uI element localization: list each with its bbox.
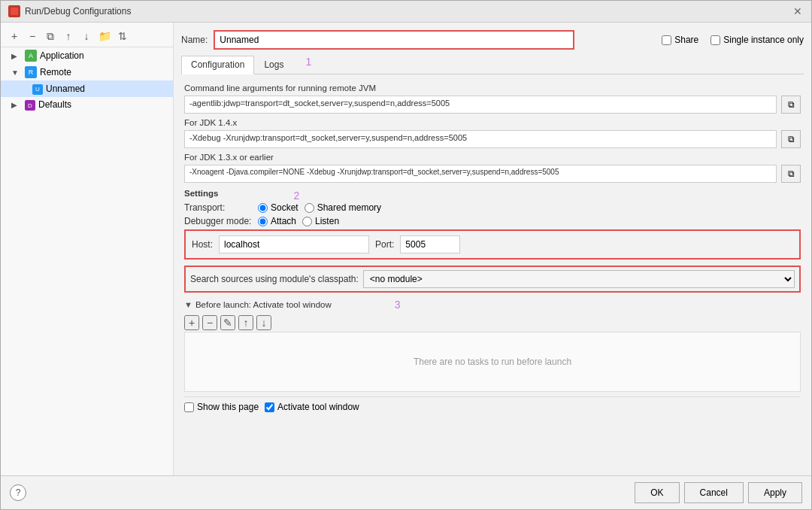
jdk14-field-row: -Xdebug -Xrunjdwp:transport=dt_socket,se… xyxy=(184,130,801,148)
single-instance-label: Single instance only xyxy=(723,35,804,45)
transport-socket-label: Socket xyxy=(271,202,298,213)
close-button[interactable]: ✕ xyxy=(792,5,804,17)
defaults-label: Defaults xyxy=(38,99,71,110)
classpath-select[interactable]: <no module> xyxy=(363,270,795,288)
new-folder-button[interactable]: 📁 xyxy=(97,29,112,44)
dialog-footer: ? OK Cancel Apply xyxy=(1,475,811,509)
jdk14-field: -Xdebug -Xrunjdwp:transport=dt_socket,se… xyxy=(184,130,777,148)
attach-label: Attach xyxy=(271,216,296,226)
show-page-option: Show this page xyxy=(184,402,259,412)
cmd-copy-button[interactable]: ⧉ xyxy=(781,96,801,114)
transport-row: Transport: Socket Shared memory xyxy=(184,202,801,213)
jdk13-field: -Xnoagent -Djava.compiler=NONE -Xdebug -… xyxy=(184,165,777,183)
remove-config-button[interactable]: − xyxy=(25,29,40,44)
debugger-mode-label: Debugger mode: xyxy=(184,216,252,226)
main-panel: Name: Share Single instance only Configu… xyxy=(174,23,811,475)
cmd-section-title: Command line arguments for running remot… xyxy=(184,83,801,93)
before-launch-up-button[interactable]: ↑ xyxy=(238,315,253,330)
step-number-3: 3 xyxy=(395,299,401,311)
footer-right: OK Cancel Apply xyxy=(635,482,802,503)
transport-socket-radio[interactable] xyxy=(258,203,268,213)
name-options: Share Single instance only xyxy=(662,35,804,45)
listen-radio[interactable] xyxy=(302,217,312,226)
classpath-row: Search sources using module's classpath:… xyxy=(184,266,801,293)
transport-shared-label: Shared memory xyxy=(317,202,381,213)
share-option: Share xyxy=(662,35,698,45)
jdk14-copy-button[interactable]: ⧉ xyxy=(781,130,801,148)
help-button[interactable]: ? xyxy=(10,484,26,501)
attach-option[interactable]: Attach xyxy=(258,216,296,226)
transport-socket-option[interactable]: Socket xyxy=(258,202,298,213)
before-launch-remove-button[interactable]: − xyxy=(202,315,217,330)
port-input[interactable] xyxy=(400,235,460,253)
sidebar-item-remote[interactable]: ▼ R Remote xyxy=(1,64,173,80)
show-page-checkbox[interactable] xyxy=(184,402,194,412)
cmd-section: Command line arguments for running remot… xyxy=(184,83,801,183)
sort-button[interactable]: ⇅ xyxy=(115,29,130,44)
host-port-row: Host: Port: xyxy=(184,229,801,260)
activate-tool-checkbox[interactable] xyxy=(265,402,274,412)
listen-option[interactable]: Listen xyxy=(302,216,339,226)
debugger-mode-row: Debugger mode: Attach Listen xyxy=(184,216,801,226)
sidebar-item-unnamed[interactable]: U Unnamed xyxy=(1,80,173,97)
cmd-field-row: -agentlib:jdwp=transport=dt_socket,serve… xyxy=(184,96,801,114)
application-arrow: ▶ xyxy=(11,52,22,60)
ok-button[interactable]: OK xyxy=(635,482,679,503)
dialog-title: Run/Debug Configurations xyxy=(25,6,131,17)
listen-label: Listen xyxy=(315,216,339,226)
sidebar-item-application[interactable]: ▶ A Application xyxy=(1,47,173,64)
remote-arrow: ▼ xyxy=(11,68,22,77)
cmd-field: -agentlib:jdwp=transport=dt_socket,serve… xyxy=(184,96,777,114)
single-instance-option: Single instance only xyxy=(710,35,804,45)
show-page-label: Show this page xyxy=(197,402,259,412)
tab-configuration[interactable]: Configuration xyxy=(181,56,254,74)
tab-logs[interactable]: Logs xyxy=(254,56,293,74)
before-launch-label: Before launch: Activate tool window xyxy=(195,300,332,309)
jdk13-copy-button[interactable]: ⧉ xyxy=(781,165,801,183)
before-launch-add-button[interactable]: + xyxy=(184,315,199,330)
move-up-button[interactable]: ↑ xyxy=(61,29,76,44)
activate-tool-option: Activate tool window xyxy=(265,402,359,412)
bottom-checkboxes: Show this page Activate tool window xyxy=(184,396,801,417)
step-number-2: 2 xyxy=(293,190,299,202)
add-config-button[interactable]: + xyxy=(7,29,22,44)
step-number-1: 1 xyxy=(305,56,311,74)
name-field-label: Name: xyxy=(181,35,208,45)
sidebar: + − ⧉ ↑ ↓ 📁 ⇅ ▶ A Application ▼ R xyxy=(1,23,174,475)
share-checkbox[interactable] xyxy=(662,35,671,45)
jdk14-label: For JDK 1.4.x xyxy=(184,118,801,127)
transport-shared-radio[interactable] xyxy=(304,203,314,213)
jdk13-field-row: -Xnoagent -Djava.compiler=NONE -Xdebug -… xyxy=(184,165,801,183)
tabs: Configuration Logs 1 xyxy=(181,56,804,74)
transport-label: Transport: xyxy=(184,202,252,213)
empty-tasks-text: There are no tasks to run before launch xyxy=(414,357,571,367)
remote-label: Remote xyxy=(40,67,71,77)
defaults-arrow: ▶ xyxy=(11,101,22,109)
sidebar-item-defaults[interactable]: ▶ D Defaults xyxy=(1,97,173,114)
apply-button[interactable]: Apply xyxy=(748,482,802,503)
transport-shared-option[interactable]: Shared memory xyxy=(304,202,381,213)
settings-block: Settings 2 Transport: Socket Shared memo… xyxy=(184,189,801,293)
footer-left: ? xyxy=(10,484,26,501)
unnamed-label: Unnamed xyxy=(46,83,85,94)
application-label: Application xyxy=(40,50,84,61)
before-launch-down-button[interactable]: ↓ xyxy=(256,315,271,330)
settings-label: Settings xyxy=(184,189,218,198)
single-instance-checkbox[interactable] xyxy=(710,35,720,45)
host-label: Host: xyxy=(192,239,213,250)
before-launch-toolbar: + − ✎ ↑ ↓ xyxy=(184,314,801,332)
activate-tool-label: Activate tool window xyxy=(277,402,359,412)
move-down-button[interactable]: ↓ xyxy=(79,29,94,44)
unnamed-icon: U xyxy=(32,83,43,95)
empty-tasks-area: There are no tasks to run before launch xyxy=(184,332,801,392)
run-debug-dialog: Run/Debug Configurations ✕ + − ⧉ ↑ ↓ 📁 ⇅… xyxy=(0,0,812,510)
copy-config-button[interactable]: ⧉ xyxy=(43,29,58,44)
content-area: Command line arguments for running remot… xyxy=(181,80,804,468)
before-launch-edit-button[interactable]: ✎ xyxy=(220,315,235,330)
name-input[interactable] xyxy=(214,30,574,50)
attach-radio[interactable] xyxy=(258,217,268,226)
cancel-button[interactable]: Cancel xyxy=(684,482,744,503)
dialog-icon xyxy=(8,5,20,17)
remote-icon: R xyxy=(25,66,37,78)
host-input[interactable] xyxy=(219,235,369,253)
